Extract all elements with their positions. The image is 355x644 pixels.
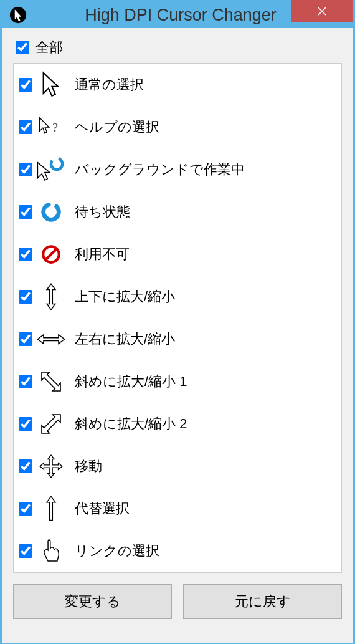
cursor-checkbox[interactable] [19,120,32,134]
cursor-checkbox[interactable] [19,290,32,304]
cursor-resize-ns-icon [32,282,70,312]
apply-button[interactable]: 変更する [13,584,172,619]
cursor-alternate-icon [32,494,70,524]
cursor-label: 通常の選択 [75,75,144,94]
cursor-checkbox[interactable] [19,544,32,558]
cursor-resize-nwse-icon [32,367,70,396]
revert-button[interactable]: 元に戻す [183,584,342,619]
svg-text:?: ? [52,120,58,134]
cursor-label: リンクの選択 [75,542,159,560]
cursor-row-busy: 待ち状態 [14,191,341,233]
cursor-checkbox[interactable] [19,248,32,261]
cursor-checkbox[interactable] [19,375,32,388]
cursor-row-help: ? ヘルプの選択 [14,106,341,148]
cursor-normal-icon [32,70,70,100]
cursor-checkbox[interactable] [19,78,32,92]
select-all-row: 全部 [13,38,342,57]
svg-point-3 [44,204,59,220]
cursor-label: 斜めに拡大/縮小 1 [75,372,187,391]
select-all-label: 全部 [36,38,63,57]
cursor-row-resize-nesw: 斜めに拡大/縮小 2 [14,403,341,445]
cursor-list: 通常の選択 ? ヘルプの選択 [13,63,342,573]
cursor-row-move: 移動 [14,445,341,488]
svg-line-5 [45,248,57,260]
cursor-label: 利用不可 [75,245,130,264]
cursor-label: 斜めに拡大/縮小 2 [75,415,187,433]
close-button[interactable] [291,0,353,22]
cursor-row-resize-ew: 左右に拡大/縮小 [14,318,341,360]
svg-point-2 [51,158,62,170]
cursor-label: バックグラウンドで作業中 [75,160,245,179]
cursor-checkbox[interactable] [19,459,32,473]
cursor-label: 上下に拡大/縮小 [75,287,175,306]
cursor-checkbox[interactable] [19,163,32,176]
cursor-resize-ew-icon [32,324,70,354]
cursor-unavailable-icon [32,239,70,269]
cursor-row-link: リンクの選択 [14,530,341,572]
cursor-checkbox[interactable] [19,417,32,431]
cursor-checkbox[interactable] [19,502,32,516]
cursor-checkbox[interactable] [19,205,32,219]
cursor-label: 代替選択 [75,499,130,518]
cursor-link-icon [32,536,70,566]
cursor-label: 待ち状態 [75,203,130,221]
cursor-label: 移動 [75,457,102,476]
cursor-row-normal: 通常の選択 [14,64,341,106]
cursor-row-alternate: 代替選択 [14,488,341,530]
cursor-resize-nesw-icon [32,409,70,439]
cursor-row-resize-nwse: 斜めに拡大/縮小 1 [14,360,341,403]
cursor-working-icon [32,155,70,185]
cursor-row-unavailable: 利用不可 [14,233,341,276]
cursor-help-icon: ? [32,112,70,142]
select-all-checkbox[interactable] [16,41,29,54]
cursor-row-working: バックグラウンドで作業中 [14,148,341,191]
cursor-label: ヘルプの選択 [75,118,159,137]
cursor-move-icon [32,451,70,481]
titlebar: High DPI Cursor Changer [2,2,353,28]
cursor-checkbox[interactable] [19,332,32,346]
cursor-label: 左右に拡大/縮小 [75,330,175,348]
cursor-row-resize-ns: 上下に拡大/縮小 [14,276,341,318]
cursor-busy-icon [32,197,70,227]
